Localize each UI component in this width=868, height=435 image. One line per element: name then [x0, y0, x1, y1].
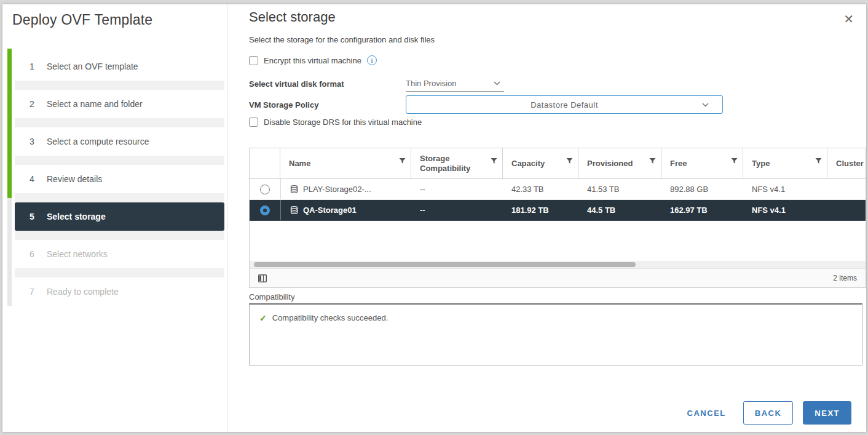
horizontal-scrollbar[interactable]: [250, 261, 866, 268]
column-header-storage-compatibility[interactable]: Storage Compatibility: [411, 148, 503, 178]
filter-icon[interactable]: [491, 157, 497, 166]
back-button[interactable]: BACK: [743, 401, 794, 425]
step-label: Select a name and folder: [47, 99, 143, 109]
wizard-actions: CANCEL BACK NEXT: [687, 401, 851, 425]
column-header-provisioned[interactable]: Provisioned: [578, 148, 661, 178]
step-label: Select storage: [47, 212, 106, 221]
filter-icon[interactable]: [731, 157, 738, 166]
cell-provisioned: 41.53 TB: [578, 179, 661, 199]
storage-policy-label: VM Storage Policy: [249, 100, 318, 110]
sidebar-step-select-storage[interactable]: 5 Select storage: [15, 202, 224, 231]
items-count: 2 items: [833, 274, 857, 282]
sidebar-step-select-name-folder[interactable]: 2 Select a name and folder: [15, 90, 224, 118]
success-check-icon: ✓: [259, 313, 267, 324]
next-button[interactable]: NEXT: [803, 401, 851, 425]
sidebar-step-review-details[interactable]: 4 Review details: [15, 165, 224, 193]
disk-format-label: Select virtual disk format: [249, 79, 344, 89]
datastore-icon: [290, 185, 299, 194]
page-title: Select storage: [249, 9, 336, 25]
datastore-table: Name Storage Compatibility Capacity: [249, 148, 866, 288]
encrypt-vm-row: Encrypt this virtual machine i: [249, 55, 377, 65]
column-header-free[interactable]: Free: [661, 148, 743, 178]
compatibility-label: Compatibility: [249, 292, 294, 301]
table-row-qa-storage01[interactable]: QA-Storage01 -- 181.92 TB 44.5 TB 162.97…: [250, 200, 866, 221]
disable-drs-checkbox[interactable]: [249, 118, 258, 127]
row-radio-unselected[interactable]: [260, 185, 270, 194]
step-content-select-storage: ✕ Select storage Select the storage for …: [227, 4, 866, 432]
encrypt-vm-label: Encrypt this virtual machine: [264, 56, 361, 65]
column-header-name[interactable]: Name: [280, 148, 411, 178]
storage-policy-select[interactable]: Datastore Default: [406, 95, 723, 114]
cell-provisioned: 44.5 TB: [578, 200, 661, 220]
step-number: 6: [30, 249, 38, 259]
progress-track-remaining: [7, 198, 12, 306]
table-header-row: Name Storage Compatibility Capacity: [250, 148, 866, 179]
scrollbar-thumb[interactable]: [254, 262, 636, 267]
cell-cluster: [827, 200, 866, 220]
sidebar-step-select-networks: 6 Select networks: [15, 240, 224, 268]
cell-free: 162.97 TB: [661, 200, 743, 220]
filter-icon[interactable]: [815, 157, 822, 166]
filter-icon[interactable]: [566, 157, 573, 166]
encrypt-vm-checkbox[interactable]: [249, 56, 258, 65]
table-empty-area: [250, 221, 866, 261]
step-label: Select an OVF template: [47, 62, 138, 71]
deploy-ovf-dialog: Deploy OVF Template 1 Select an OVF temp…: [2, 4, 866, 432]
step-number: 1: [30, 62, 38, 71]
disk-format-select[interactable]: Thin Provision: [406, 76, 504, 92]
sidebar-step-select-ovf-template[interactable]: 1 Select an OVF template: [15, 52, 224, 81]
filter-icon[interactable]: [649, 157, 656, 166]
step-label: Select a compute resource: [47, 137, 149, 146]
filter-icon[interactable]: [399, 157, 406, 166]
column-header-type[interactable]: Type: [743, 148, 827, 178]
compatibility-panel: ✓ Compatibility checks succeeded.: [249, 303, 862, 365]
step-number: 4: [30, 174, 38, 184]
step-label: Ready to complete: [47, 287, 119, 297]
column-manager-icon[interactable]: [258, 274, 267, 282]
disable-drs-label: Disable Storage DRS for this virtual mac…: [264, 118, 422, 127]
disable-drs-row: Disable Storage DRS for this virtual mac…: [249, 118, 422, 127]
sidebar-step-select-compute-resource[interactable]: 3 Select a compute resource: [15, 127, 224, 156]
table-row-play-storage02[interactable]: PLAY-Storage02-... -- 42.33 TB 41.53 TB …: [250, 179, 866, 200]
info-icon[interactable]: i: [367, 55, 377, 65]
compatibility-message: Compatibility checks succeeded.: [272, 313, 389, 322]
cancel-button[interactable]: CANCEL: [687, 409, 726, 418]
chevron-down-icon: [494, 81, 500, 86]
step-label: Select networks: [47, 249, 108, 259]
dialog-title: Deploy OVF Template: [12, 12, 152, 28]
datastore-icon: [290, 206, 299, 215]
cell-storage-compatibility: --: [411, 179, 503, 199]
sidebar-step-ready-to-complete: 7 Ready to complete: [15, 277, 224, 306]
cell-type: NFS v4.1: [743, 179, 827, 199]
step-number: 5: [30, 212, 38, 221]
row-radio-selected[interactable]: [260, 206, 270, 215]
radio-column-header: [250, 148, 280, 178]
wizard-steps: 1 Select an OVF template 2 Select a name…: [15, 52, 224, 306]
column-header-cluster[interactable]: Cluster: [827, 148, 866, 178]
storage-policy-value: Datastore Default: [531, 100, 598, 110]
datastore-name: QA-Storage01: [303, 206, 357, 215]
datastore-name: PLAY-Storage02-...: [303, 185, 371, 194]
cell-capacity: 42.33 TB: [503, 179, 578, 199]
step-number: 3: [30, 137, 38, 146]
table-footer: 2 items: [250, 268, 866, 287]
cell-free: 892.88 GB: [661, 179, 743, 199]
wizard-sidebar: Deploy OVF Template 1 Select an OVF temp…: [2, 4, 227, 432]
chevron-down-icon: [702, 103, 709, 107]
step-label: Review details: [47, 174, 102, 184]
progress-track-completed: [7, 49, 12, 198]
cell-cluster: [827, 179, 866, 199]
disk-format-value: Thin Provision: [406, 79, 456, 88]
column-header-capacity[interactable]: Capacity: [503, 148, 578, 178]
step-number: 2: [30, 99, 38, 109]
close-icon[interactable]: ✕: [843, 13, 854, 25]
page-subtitle: Select the storage for the configuration…: [249, 35, 435, 44]
cell-capacity: 181.92 TB: [503, 200, 578, 220]
cell-storage-compatibility: --: [411, 200, 503, 220]
cell-type: NFS v4.1: [743, 200, 827, 220]
step-number: 7: [30, 287, 38, 297]
